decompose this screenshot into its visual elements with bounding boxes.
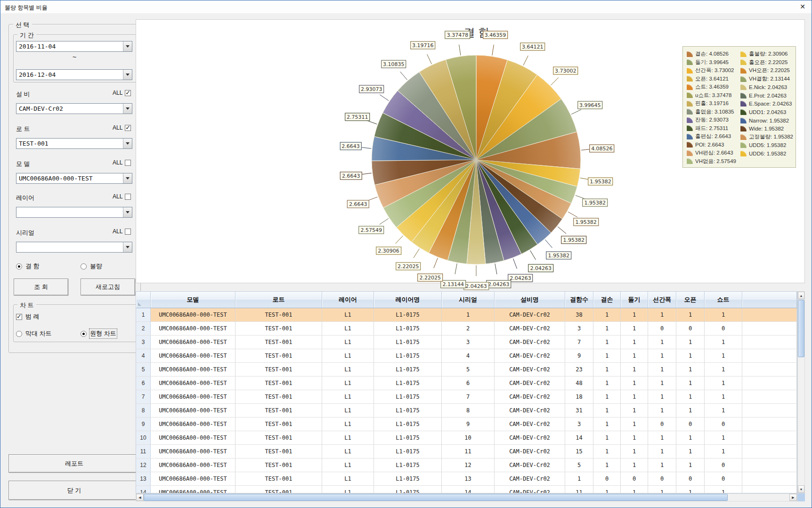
equipment-combobox[interactable]: CAM-DEV-Cr02 <box>16 103 132 114</box>
lot-combobox[interactable]: TEST-001 <box>16 138 132 149</box>
chart-type-radio-bar[interactable]: 막대 차트 <box>16 329 52 338</box>
column-header-결손[interactable]: 결손 <box>593 292 621 308</box>
legend-item-label: UDD1: 2.04263 <box>749 109 786 115</box>
chevron-down-icon[interactable] <box>123 104 132 114</box>
table-row[interactable]: 12UMC00686A00-000-TESTTEST-001L1L1-01751… <box>136 459 797 472</box>
mode-radio-defect[interactable]: 결 함 <box>16 262 40 270</box>
chevron-down-icon[interactable] <box>123 139 132 148</box>
column-header-레이어[interactable]: 레이어 <box>322 292 374 308</box>
layer-combobox[interactable] <box>16 207 132 218</box>
cell: CAM-DEV-Cr02 <box>495 336 565 349</box>
table-row[interactable]: 1UMC00686A00-000-TESTTEST-001L1L1-01751C… <box>136 308 797 322</box>
scroll-right-icon[interactable]: ▶ <box>789 494 797 501</box>
horizontal-scrollbar-thumb[interactable] <box>144 494 728 501</box>
legend-item: 잔동: 2.93073 <box>687 116 739 124</box>
column-header-오픈[interactable]: 오픈 <box>676 292 705 308</box>
table-row[interactable]: 9UMC00686A00-000-TESTTEST-001L1L1-01759C… <box>136 418 797 431</box>
table-row[interactable]: 10UMC00686A00-000-TESTTEST-001L1L1-01751… <box>136 431 797 445</box>
pie-value-label: 3.19716 <box>410 41 436 49</box>
serial-combobox[interactable] <box>16 242 132 253</box>
legend-wedge-icon <box>687 68 693 74</box>
table-row[interactable]: 13UMC00686A00-000-TESTTEST-001L1L1-01751… <box>136 472 797 486</box>
cell: CAM-DEV-Cr02 <box>495 431 565 444</box>
column-header[interactable] <box>136 292 151 308</box>
chevron-down-icon[interactable] <box>123 173 132 183</box>
cell: 1 <box>621 322 648 335</box>
column-header-모델[interactable]: 모델 <box>151 292 235 308</box>
model-combobox[interactable]: UMC00686A00-000-TEST <box>16 173 132 184</box>
table-row[interactable]: 4UMC00686A00-000-TESTTEST-001L1L1-01754C… <box>136 349 797 363</box>
table-row[interactable]: 6UMC00686A00-000-TESTTEST-001L1L1-01756C… <box>136 377 797 390</box>
radio-icon[interactable] <box>16 331 22 337</box>
cell: TEST-001 <box>235 431 322 444</box>
cell: 15 <box>565 445 593 458</box>
cell: UMC00686A00-000-TEST <box>151 472 235 485</box>
column-header-돌기[interactable]: 돌기 <box>621 292 648 308</box>
legend-checkbox[interactable] <box>16 314 22 320</box>
cell: 18 <box>565 390 593 403</box>
table-row[interactable]: 3UMC00686A00-000-TESTTEST-001L1L1-01753C… <box>136 336 797 349</box>
scroll-down-icon[interactable]: ▼ <box>798 485 804 493</box>
mode-radio-fail[interactable]: 불량 <box>81 262 102 270</box>
table-row[interactable]: 7UMC00686A00-000-TESTTEST-001L1L1-01757C… <box>136 390 797 404</box>
pie-label-leader <box>523 56 528 66</box>
chart-type-radio-pie[interactable]: 원형 차트 <box>81 329 116 338</box>
filter-label-model: 모 델 <box>16 160 30 168</box>
table-row[interactable]: 11UMC00686A00-000-TESTTEST-001L1L1-01751… <box>136 445 797 459</box>
pie-value-label: 2.22025 <box>417 273 443 281</box>
period-from-combobox[interactable]: 2016-11-04 <box>16 41 132 52</box>
column-header-레이어명[interactable]: 레이어명 <box>374 292 442 308</box>
table-row[interactable]: 14UMC00686A00-000-TESTTEST-001L1L1-01751… <box>136 486 797 493</box>
column-header-쇼트[interactable]: 쇼트 <box>705 292 742 308</box>
search-button[interactable]: 조 회 <box>14 279 68 295</box>
vertical-scrollbar-thumb[interactable] <box>798 300 804 357</box>
column-header-설비명[interactable]: 설비명 <box>495 292 565 308</box>
cell: CAM-DEV-Cr02 <box>495 377 565 390</box>
horizontal-scrollbar[interactable]: ◀ ▶ <box>136 493 797 501</box>
table-row[interactable]: 5UMC00686A00-000-TESTTEST-001L1L1-01755C… <box>136 363 797 377</box>
cell: 1 <box>648 363 676 376</box>
close-icon[interactable]: ✕ <box>796 1 810 12</box>
scroll-left-icon[interactable]: ◀ <box>136 494 144 501</box>
cell: 3 <box>565 322 593 335</box>
vertical-scrollbar[interactable]: ▲ ▼ <box>797 291 805 493</box>
pie-label-leader <box>434 258 438 268</box>
column-header-시리얼[interactable]: 시리얼 <box>442 292 495 308</box>
period-to-combobox[interactable]: 2016-12-04 <box>16 69 132 80</box>
cell: L1-0175 <box>374 445 442 458</box>
legend-item: 돌기: 3.99645 <box>687 58 739 67</box>
pie-value-label: 2.04263 <box>463 282 489 290</box>
radio-icon[interactable] <box>16 263 22 270</box>
legend-item-label: 홀편심: 2.6643 <box>695 133 731 140</box>
legend-wedge-icon <box>740 59 747 65</box>
pie-label-leader <box>400 72 407 80</box>
legend-item-label: 잔동: 2.93073 <box>695 116 729 123</box>
all-checkbox-model[interactable] <box>125 160 131 166</box>
legend-checkbox-row[interactable]: 범 례 <box>16 312 40 321</box>
chevron-down-icon[interactable] <box>123 207 132 217</box>
cell: 48 <box>565 377 593 390</box>
radio-icon[interactable] <box>81 263 87 270</box>
column-header-로트[interactable]: 로트 <box>235 292 322 308</box>
cell: TEST-001 <box>235 486 322 493</box>
all-checkbox-layer[interactable] <box>125 194 131 200</box>
legend-item-label: 쇼트: 3.46359 <box>695 83 729 90</box>
refresh-button[interactable]: 새로고침 <box>81 279 135 295</box>
chevron-down-icon[interactable] <box>123 242 132 252</box>
table-row[interactable]: 8UMC00686A00-000-TESTTEST-001L1L1-01758C… <box>136 404 797 418</box>
table-row[interactable]: 2UMC00686A00-000-TESTTEST-001L1L1-01752C… <box>136 322 797 336</box>
column-header-선간폭[interactable]: 선간폭 <box>648 292 676 308</box>
column-header-결함수[interactable]: 결함수 <box>565 292 593 308</box>
chevron-down-icon[interactable] <box>123 70 132 80</box>
cell: L1-0175 <box>374 390 442 403</box>
all-checkbox-equipment[interactable] <box>125 90 131 96</box>
all-checkbox-lot[interactable] <box>125 125 131 131</box>
radio-icon[interactable] <box>81 331 87 337</box>
report-button[interactable]: 레포트 <box>8 454 140 473</box>
cell: 0 <box>705 459 742 472</box>
chevron-down-icon[interactable] <box>123 41 132 51</box>
scroll-up-icon[interactable]: ▲ <box>798 292 804 299</box>
close-button[interactable]: 닫 기 <box>8 481 140 500</box>
cell: 1 <box>593 363 621 376</box>
all-checkbox-serial[interactable] <box>125 229 131 235</box>
